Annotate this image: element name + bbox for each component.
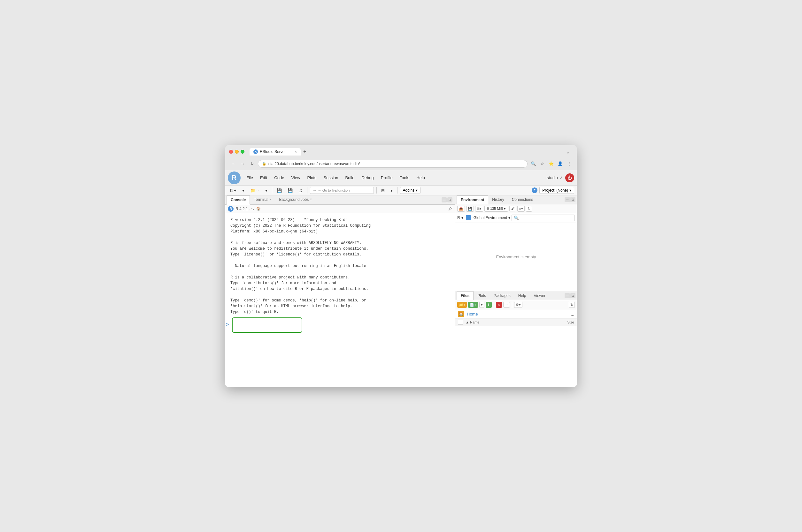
menu-file[interactable]: File: [243, 174, 256, 182]
zoom-button[interactable]: 🔍: [529, 160, 537, 168]
menu-button[interactable]: ⋮: [565, 160, 573, 168]
new-file-files-button[interactable]: 📄+: [468, 302, 478, 308]
rstudio-logo: R: [228, 171, 241, 184]
global-env-selector[interactable]: Global Environment ▾: [473, 215, 510, 220]
delete-button[interactable]: ✕: [496, 302, 502, 308]
bookmark-button[interactable]: ☆: [538, 160, 546, 168]
menu-help[interactable]: Help: [413, 174, 428, 182]
forward-button[interactable]: →: [239, 160, 246, 168]
tab-help[interactable]: Help: [515, 291, 530, 300]
new-file-files-dropdown[interactable]: ▾: [479, 302, 484, 308]
connections-tab-label: Connections: [512, 197, 533, 202]
import-button[interactable]: 📥: [457, 206, 465, 212]
tab-packages[interactable]: Packages: [490, 291, 515, 300]
console-clear-button[interactable]: 🖊: [448, 206, 452, 211]
tab-history[interactable]: History: [488, 195, 508, 204]
go-to-file-input[interactable]: → → Go to file/function: [310, 187, 374, 194]
tab-connections[interactable]: Connections: [508, 195, 537, 204]
terminal-tab-label: Terminal: [254, 197, 268, 202]
menu-tools[interactable]: Tools: [396, 174, 412, 182]
save-button[interactable]: 💾: [275, 187, 284, 194]
tab-files[interactable]: Files: [456, 291, 473, 300]
refresh-files-button[interactable]: ↻: [569, 302, 575, 308]
mem-dot: [487, 207, 489, 210]
packages-tab-label: Packages: [494, 293, 510, 298]
refresh-button[interactable]: ↻: [248, 160, 256, 168]
brush-button[interactable]: 🖌: [509, 206, 516, 211]
home-link[interactable]: 🏠: [256, 207, 261, 211]
r-selector[interactable]: R ▾: [457, 215, 463, 220]
menu-build[interactable]: Build: [342, 174, 358, 182]
close-window-button[interactable]: [229, 150, 233, 154]
select-all-checkbox[interactable]: [458, 320, 463, 325]
open-file-button[interactable]: 📁→: [248, 187, 261, 194]
new-folder-button[interactable]: 📁+: [457, 302, 467, 308]
menu-session[interactable]: Session: [320, 174, 341, 182]
files-toolbar: 📁+ 📄+ ▾ ⬆ ✕ → ⚙▾ ↻: [455, 300, 577, 309]
collapse-button[interactable]: —: [442, 197, 447, 203]
extension-button[interactable]: ⭐: [547, 160, 555, 168]
terminal-tab-close[interactable]: ×: [270, 198, 272, 201]
addins-button[interactable]: Addins ▾: [400, 187, 421, 194]
env-search[interactable]: 🔍: [511, 214, 575, 221]
share-button[interactable]: rstudio ↗: [545, 175, 563, 180]
new-file-dropdown[interactable]: ▾: [240, 187, 246, 194]
grid-dropdown[interactable]: ▾: [389, 187, 395, 194]
env-expand-button[interactable]: ⊡: [570, 197, 576, 202]
tab-viewer[interactable]: Viewer: [530, 291, 549, 300]
right-panel: Environment History Connections — ⊡: [455, 195, 577, 387]
save-all-button[interactable]: 💾: [286, 187, 295, 194]
env-collapse-button[interactable]: —: [565, 197, 570, 202]
home-path-label[interactable]: Home: [467, 312, 478, 317]
browser-nav-actions: 🔍 ☆ ⭐ 👤 ⋮: [529, 160, 573, 168]
menu-profile[interactable]: Profile: [378, 174, 396, 182]
print-button[interactable]: 🖨: [297, 187, 304, 194]
tab-environment[interactable]: Environment: [456, 195, 488, 204]
env-empty-message: Environment is empty: [455, 223, 577, 291]
new-tab-button[interactable]: +: [302, 149, 307, 155]
more-actions-button[interactable]: ⚙▾: [514, 302, 522, 308]
files-path-bar: 🏠 Home ...: [455, 309, 577, 319]
home-folder-button[interactable]: 🏠: [458, 311, 464, 317]
back-button[interactable]: ←: [229, 160, 237, 168]
menu-edit[interactable]: Edit: [257, 174, 270, 182]
menu-plots[interactable]: Plots: [304, 174, 319, 182]
maximize-window-button[interactable]: [241, 150, 244, 154]
open-file-dropdown[interactable]: ▾: [263, 187, 269, 194]
tab-background-jobs[interactable]: Background Jobs ×: [276, 195, 316, 204]
address-bar[interactable]: 🔒 stat20.datahub.berkeley.edu/user/andre…: [258, 160, 527, 168]
tab-terminal[interactable]: Terminal ×: [250, 195, 275, 204]
tab-console[interactable]: Console: [226, 195, 250, 205]
menu-code[interactable]: Code: [271, 174, 287, 182]
menu-view[interactable]: View: [288, 174, 303, 182]
expand-button[interactable]: ⊡: [447, 197, 452, 203]
console-content: R version 4.2.1 (2022-06-23) -- "Funny-L…: [225, 213, 455, 387]
files-more-button[interactable]: ...: [571, 312, 574, 317]
project-button[interactable]: Project: (None) ▾: [539, 187, 574, 194]
power-button[interactable]: ⏻: [565, 173, 574, 182]
environment-tab-label: Environment: [461, 198, 484, 202]
tab-close-button[interactable]: ×: [295, 150, 297, 154]
console-input[interactable]: [232, 318, 302, 333]
list-view-button[interactable]: ≡▾: [517, 206, 524, 212]
background-jobs-tab-close[interactable]: ×: [310, 198, 312, 201]
rstudio-app: R File Edit Code View Plots Session Buil…: [225, 170, 577, 387]
tab-plots[interactable]: Plots: [473, 291, 490, 300]
rstudio-toolbar: 🗒+ ▾ 📁→ ▾ 💾 💾 🖨 → → Go to file/function …: [225, 186, 577, 195]
menu-debug[interactable]: Debug: [358, 174, 377, 182]
rstudio-tab[interactable]: R RStudio Server ×: [249, 148, 301, 155]
grid-button[interactable]: ⊞: [379, 187, 387, 194]
profile-button[interactable]: 👤: [556, 160, 564, 168]
new-file-button[interactable]: 🗒+: [228, 187, 238, 194]
refresh-env-button[interactable]: ↻: [526, 206, 532, 212]
rename-button[interactable]: →: [503, 302, 510, 307]
save-env-button[interactable]: 💾: [466, 206, 474, 212]
upload-button[interactable]: ⬆: [486, 302, 492, 308]
minimize-window-button[interactable]: [235, 150, 239, 154]
go-to-file-label: → Go to file/function: [318, 188, 350, 192]
size-col-header[interactable]: Size: [567, 320, 574, 324]
name-col-header[interactable]: ▲ Name: [466, 320, 567, 324]
files-expand-button[interactable]: ⊡: [570, 293, 576, 298]
grid-view-button[interactable]: ⊞▾: [475, 206, 483, 212]
files-collapse-button[interactable]: —: [565, 293, 570, 298]
